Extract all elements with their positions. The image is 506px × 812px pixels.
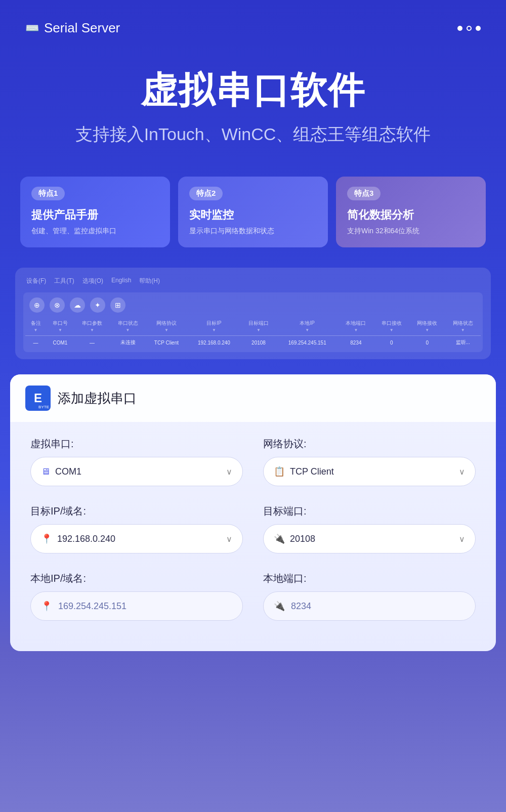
col-header-local-port: 本地端口▼ [338, 317, 373, 336]
network-protocol-value: TCP Client [290, 466, 334, 477]
form-group-local-port: 本地端口: 🔌 8234 [263, 572, 476, 621]
form-row-1: 虚拟串口: 🖥 COM1 ∨ 网络协议: 📋 TCP Cli [30, 437, 476, 486]
target-port-arrow-icon: ∨ [459, 534, 465, 544]
menu-item-english: English [111, 277, 131, 285]
virtual-port-value: COM1 [55, 466, 81, 477]
col-header-serial-recv: 串口接收▼ [374, 317, 409, 336]
local-port-input[interactable]: 🔌 8234 [263, 591, 476, 621]
app-title-group: ⌨️ Serial Server [25, 20, 120, 36]
app-title: Serial Server [44, 20, 120, 36]
cell-serial-recv: 0 [374, 336, 409, 350]
add-panel-header: E BYTE 添加虚拟串口 [10, 374, 496, 422]
virtual-port-select[interactable]: 🖥 COM1 ∨ [30, 457, 243, 486]
hero-subtitle: 支持接入InTouch、WinCC、组态王等组态软件 [20, 123, 486, 146]
col-header-protocol: 网络协议▼ [146, 317, 187, 336]
feature-name-1: 提供产品手册 [31, 207, 159, 223]
add-panel-body: 虚拟串口: 🖥 COM1 ∨ 网络协议: 📋 TCP Cli [10, 422, 496, 636]
menu-item-tools: 工具(T) [54, 277, 74, 285]
virtual-port-icon: 🖥 [41, 466, 50, 477]
cell-status: 未连接 [110, 336, 145, 350]
table-row: — COM1 — 未连接 TCP Client 192.168.0.240 20… [25, 336, 481, 350]
cell-net-recv: 0 [409, 336, 445, 350]
feature-card-1: 特点1 提供产品手册 创建、管理、监控虚拟串口 [20, 177, 170, 247]
form-row-2: 目标IP/域名: 📍 192.168.0.240 ∨ 目标端口: 🔌 [30, 504, 476, 553]
feature-name-2: 实时监控 [189, 207, 317, 223]
col-header-status: 串口状态▼ [110, 317, 145, 336]
target-port-label: 目标端口: [263, 504, 476, 518]
local-ip-icon: 📍 [41, 601, 52, 612]
header-dots [457, 26, 481, 31]
screenshot-panel: 设备(F) 工具(T) 选项(O) English 帮助(H) ⊕ ⊗ ☁ ✦ … [15, 268, 491, 359]
col-header-port: 串口号▼ [46, 317, 74, 336]
cell-local-ip: 169.254.245.151 [276, 336, 338, 350]
dot-2 [467, 26, 472, 31]
feature-badge-1: 特点1 [31, 187, 65, 200]
network-protocol-arrow-icon: ∨ [459, 467, 465, 477]
keyboard-icon: ⌨️ [25, 22, 39, 35]
network-protocol-select-left: 📋 TCP Client [274, 466, 334, 477]
cell-net-status: 监听... [445, 336, 481, 350]
local-ip-label: 本地IP/域名: [30, 572, 243, 585]
cell-params: — [74, 336, 110, 350]
feature-name-3: 简化数据分析 [347, 207, 475, 223]
feature-desc-1: 创建、管理、监控虚拟串口 [31, 226, 159, 236]
toolbar-icon-1: ⊕ [29, 297, 45, 313]
screenshot-table-wrapper: ⊕ ⊗ ☁ ✦ ⊞ 备注▼ 串口号▼ 串口参数▼ 串口状态▼ 网络协议▼ 目标I… [23, 292, 483, 352]
app-header: ⌨️ Serial Server [0, 0, 506, 46]
local-port-label: 本地端口: [263, 572, 476, 585]
virtual-port-label: 虚拟串口: [30, 437, 243, 451]
menu-item-options: 选项(O) [82, 277, 103, 285]
local-port-value: 8234 [291, 601, 311, 612]
target-port-select-left: 🔌 20108 [274, 533, 315, 544]
target-ip-arrow-icon: ∨ [226, 534, 232, 544]
target-port-value: 20108 [290, 534, 315, 544]
target-ip-value: 192.168.0.240 [57, 534, 115, 544]
local-ip-input[interactable]: 📍 169.254.245.151 [30, 591, 243, 621]
e-logo-sub: BYTE [38, 405, 49, 409]
form-group-target-ip: 目标IP/域名: 📍 192.168.0.240 ∨ [30, 504, 243, 553]
form-group-virtual-port: 虚拟串口: 🖥 COM1 ∨ [30, 437, 243, 486]
toolbar-icon-2: ⊗ [50, 297, 65, 313]
feature-desc-2: 显示串口与网络数据和状态 [189, 226, 317, 236]
cell-port: COM1 [46, 336, 74, 350]
cell-target-port: 20108 [241, 336, 276, 350]
feature-badge-2: 特点2 [189, 187, 223, 200]
col-header-net-recv: 网络接收▼ [409, 317, 445, 336]
virtual-port-arrow-icon: ∨ [226, 467, 232, 477]
feature-card-3: 特点3 简化数据分析 支持Win 32和64位系统 [336, 177, 486, 247]
add-panel-title: 添加虚拟串口 [58, 390, 137, 407]
network-protocol-select[interactable]: 📋 TCP Client ∨ [263, 457, 476, 486]
e-logo: E BYTE [25, 386, 51, 411]
dot-3 [476, 26, 481, 31]
toolbar-icon-4: ✦ [90, 297, 105, 313]
virtual-port-select-left: 🖥 COM1 [41, 466, 81, 477]
hero-title: 虚拟串口软件 [20, 66, 486, 115]
form-group-network-protocol: 网络协议: 📋 TCP Client ∨ [263, 437, 476, 486]
network-protocol-label: 网络协议: [263, 437, 476, 451]
col-header-params: 串口参数▼ [74, 317, 110, 336]
feature-badge-3: 特点3 [347, 187, 381, 200]
toolbar-icon-5: ⊞ [110, 297, 125, 313]
menu-item-device: 设备(F) [26, 277, 46, 285]
local-port-icon: 🔌 [274, 601, 285, 612]
screenshot-toolbar-icons: ⊕ ⊗ ☁ ✦ ⊞ [25, 295, 481, 317]
col-header-note: 备注▼ [25, 317, 46, 336]
target-port-select[interactable]: 🔌 20108 ∨ [263, 524, 476, 553]
target-ip-icon: 📍 [41, 533, 52, 544]
form-group-target-port: 目标端口: 🔌 20108 ∨ [263, 504, 476, 553]
col-header-net-status: 网络状态▼ [445, 317, 481, 336]
target-port-icon: 🔌 [274, 533, 285, 544]
network-protocol-icon: 📋 [274, 466, 285, 477]
col-header-target-port: 目标端口▼ [241, 317, 276, 336]
local-ip-value: 169.254.245.151 [58, 601, 126, 612]
form-group-local-ip: 本地IP/域名: 📍 169.254.245.151 [30, 572, 243, 621]
target-ip-label: 目标IP/域名: [30, 504, 243, 518]
menu-item-help: 帮助(H) [139, 277, 160, 285]
target-ip-select[interactable]: 📍 192.168.0.240 ∨ [30, 524, 243, 553]
feature-card-2: 特点2 实时监控 显示串口与网络数据和状态 [178, 177, 328, 247]
features-section: 特点1 提供产品手册 创建、管理、监控虚拟串口 特点2 实时监控 显示串口与网络… [0, 161, 506, 263]
dot-1 [457, 26, 462, 31]
cell-protocol: TCP Client [146, 336, 187, 350]
toolbar-icon-3: ☁ [70, 297, 85, 313]
add-serial-port-panel: E BYTE 添加虚拟串口 虚拟串口: 🖥 COM1 ∨ [10, 374, 496, 651]
